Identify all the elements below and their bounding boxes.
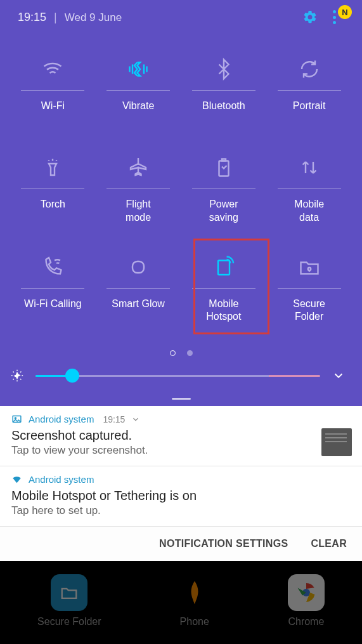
dock-label: Phone: [180, 616, 209, 628]
dock-phone[interactable]: Phone: [176, 574, 213, 628]
tile-mobile-data[interactable]: Mobile data: [266, 143, 352, 242]
tile-bluetooth[interactable]: Bluetooth: [181, 44, 267, 143]
page-dot-2: [187, 350, 193, 356]
brightness-icon: [10, 369, 24, 383]
notification-title: Screenshot captured.: [11, 428, 148, 443]
svg-point-5: [15, 417, 16, 419]
hotspot-icon: [212, 254, 235, 280]
notification-badge: N: [338, 5, 352, 19]
tile-label: Smart Glow: [112, 298, 165, 323]
screenshot-thumbnail[interactable]: [321, 428, 352, 456]
tile-label: Wi-Fi Calling: [24, 298, 82, 323]
tile-vibrate[interactable]: Vibrate: [96, 44, 181, 143]
svg-rect-2: [218, 260, 229, 275]
wifi-small-icon: [11, 474, 22, 485]
brightness-row: [0, 362, 362, 398]
dock-secure-folder[interactable]: Secure Folder: [37, 574, 101, 628]
tile-flight-mode[interactable]: Flight mode: [96, 143, 181, 242]
tile-wifi-calling[interactable]: Wi-Fi Calling: [10, 242, 96, 342]
tile-label: Power saving: [209, 198, 238, 225]
svg-rect-1: [133, 261, 144, 273]
notification-hotspot[interactable]: Android system Mobile Hotspot or Tetheri…: [0, 466, 362, 527]
notification-actions: NOTIFICATION SETTINGS CLEAR: [0, 527, 362, 561]
tile-secure-folder[interactable]: Secure Folder: [266, 242, 352, 342]
quick-settings-panel: 19:15 | Wed 9 June N Wi-Fi Vibrate Bluet…: [0, 0, 362, 406]
notification-title: Mobile Hotspot or Tethering is on: [11, 489, 197, 503]
phone-wifi-icon: [41, 254, 64, 280]
tile-smart-glow[interactable]: Smart Glow: [96, 242, 181, 342]
tile-label: Torch: [41, 198, 65, 223]
bluetooth-icon: [212, 56, 235, 82]
panel-drag-handle[interactable]: [0, 398, 362, 406]
date: Wed 9 June: [65, 11, 122, 24]
clock: 19:15: [18, 11, 46, 24]
notification-subtitle: Tap to view your screenshot.: [11, 444, 148, 457]
mobile-data-icon: [298, 154, 321, 181]
rotate-icon: [298, 56, 321, 82]
tile-label: Secure Folder: [293, 298, 325, 324]
tile-portrait[interactable]: Portrait: [266, 44, 352, 143]
notification-list: Android system 19:15 Screenshot captured…: [0, 406, 362, 561]
divider: |: [54, 11, 57, 24]
overflow-menu-button[interactable]: N: [332, 9, 348, 25]
notification-settings-button[interactable]: NOTIFICATION SETTINGS: [159, 538, 288, 549]
tile-label: Vibrate: [122, 100, 154, 125]
wifi-icon: [41, 56, 64, 82]
phone-app-icon: [176, 574, 213, 611]
tile-torch[interactable]: Torch: [10, 143, 96, 242]
status-bar: 19:15 | Wed 9 June N: [0, 0, 362, 32]
status-left: 19:15 | Wed 9 June: [18, 11, 122, 24]
settings-gear-icon[interactable]: [302, 10, 318, 25]
slider-thumb[interactable]: [65, 369, 79, 383]
dock-label: Secure Folder: [37, 616, 101, 628]
notification-app: Android system: [29, 474, 94, 485]
page-indicator[interactable]: [0, 346, 362, 362]
tile-wifi[interactable]: Wi-Fi: [10, 44, 96, 143]
clear-button[interactable]: CLEAR: [311, 538, 347, 549]
quick-settings-grid: Wi-Fi Vibrate Bluetooth Portrait Torch F…: [0, 32, 362, 346]
more-dots-icon: [333, 10, 338, 24]
notification-header: Android system 19:15: [11, 414, 352, 424]
dock-chrome[interactable]: Chrome: [288, 574, 325, 628]
chevron-down-icon[interactable]: [131, 415, 140, 424]
tile-label: Flight mode: [126, 198, 151, 225]
dock-label: Chrome: [288, 616, 324, 628]
notification-app: Android system: [29, 414, 94, 424]
tile-label: Portrait: [293, 100, 326, 125]
torch-icon: [41, 154, 64, 181]
chevron-down-icon[interactable]: [332, 369, 346, 383]
airplane-icon: [127, 154, 150, 181]
vibrate-icon: [127, 56, 150, 82]
smart-glow-icon: [127, 254, 150, 280]
tile-label: Mobile data: [294, 198, 324, 225]
status-right: N: [302, 9, 348, 25]
home-dock: Secure Folder Phone Chrome: [0, 574, 362, 644]
tile-label: Mobile Hotspot: [206, 298, 241, 324]
chrome-app-icon: [288, 574, 325, 611]
page-dot-1: [170, 350, 176, 356]
notification-subtitle: Tap here to set up.: [11, 504, 197, 517]
battery-icon: [212, 154, 235, 181]
tile-mobile-hotspot[interactable]: Mobile Hotspot: [181, 242, 267, 342]
tile-label: Bluetooth: [202, 100, 245, 125]
secure-folder-icon: [298, 254, 321, 280]
brightness-slider[interactable]: [36, 375, 320, 377]
tile-label: Wi-Fi: [41, 100, 65, 125]
picture-icon: [11, 414, 22, 424]
notification-time: 19:15: [103, 414, 125, 424]
notification-screenshot[interactable]: Android system 19:15 Screenshot captured…: [0, 406, 362, 466]
tile-power-saving[interactable]: Power saving: [181, 143, 267, 242]
notification-header: Android system: [11, 474, 352, 485]
secure-folder-app-icon: [51, 574, 87, 611]
